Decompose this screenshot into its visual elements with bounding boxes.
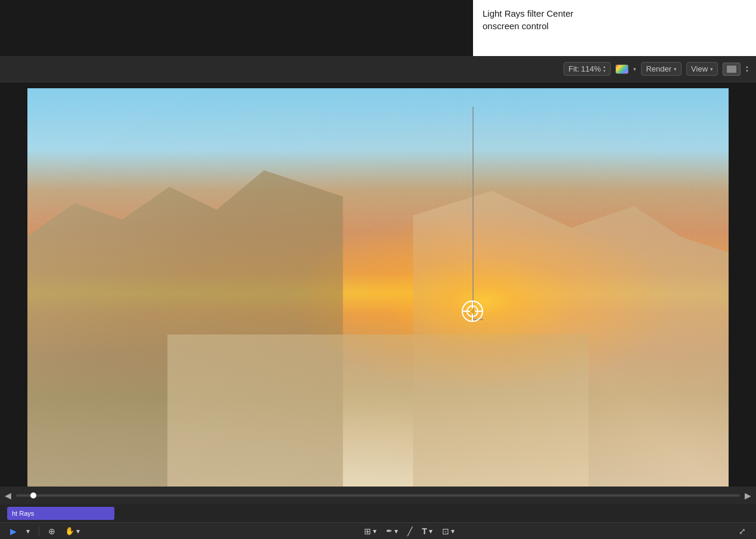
hand-chevron-icon: ▾ — [76, 527, 80, 535]
transform-button[interactable]: ⊞ ▾ — [361, 525, 379, 537]
scrubber-thumb[interactable] — [30, 492, 36, 498]
bottom-toolbar: ▶ ▾ ⊕ ✋ ▾ ⊞ ▾ ✒ ▾ ╱ T ▾ ⊡ ▾ ⤢ — [0, 522, 756, 539]
view-mode-stepper[interactable]: ▲ ▼ — [745, 65, 749, 73]
hand-tool-button[interactable]: ✋ ▾ — [62, 525, 83, 537]
video-frame: + — [27, 88, 729, 498]
mask-icon: ⊡ — [442, 526, 449, 536]
light-rays-center-control[interactable]: + — [462, 301, 483, 322]
view-button[interactable]: View ▾ — [686, 62, 718, 76]
fit-button[interactable]: Fit: 114% ▲ ▼ — [564, 62, 611, 76]
render-button[interactable]: Render ▾ — [641, 62, 682, 76]
hand-icon: ✋ — [65, 526, 74, 535]
text-tool-button[interactable]: T ▾ — [419, 525, 435, 537]
pen-icon: ✒ — [386, 526, 393, 535]
rays-overlay — [27, 88, 729, 498]
text-chevron: ▾ — [429, 527, 433, 535]
crosshair-plus-icon: + — [469, 306, 475, 316]
view-chevron-icon: ▾ — [710, 66, 713, 72]
transform-chevron: ▾ — [373, 527, 377, 535]
annotation-tooltip: Light Rays filter Center onscreen contro… — [473, 0, 756, 56]
play-chevron-icon: ▾ — [26, 527, 30, 535]
orbit-icon: ⊕ — [48, 526, 55, 536]
annotation-text: Light Rays filter Center onscreen contro… — [483, 7, 746, 32]
view-mode-up-icon[interactable]: ▲ — [745, 65, 749, 69]
color-picker-chevron[interactable]: ▾ — [633, 66, 636, 72]
scrubber-track[interactable] — [16, 494, 740, 497]
fit-value: 114% — [581, 64, 601, 73]
play-options-button[interactable]: ▾ — [23, 526, 33, 537]
view-mode-inner — [727, 66, 736, 73]
view-label: View — [691, 64, 708, 73]
scrubber-bar[interactable]: ◀ ▶ — [0, 487, 756, 504]
timeline-strip: ht Rays — [0, 504, 756, 522]
expand-icon: ⤢ — [739, 526, 746, 536]
play-icon: ▶ — [10, 526, 17, 536]
color-picker-button[interactable] — [615, 64, 629, 74]
canvas-area: + — [0, 82, 756, 504]
view-mode-button[interactable] — [723, 63, 741, 76]
transform-icon: ⊞ — [364, 526, 371, 536]
stepper-up-icon[interactable]: ▲ — [603, 65, 606, 69]
play-button[interactable]: ▶ — [7, 525, 20, 537]
render-chevron-icon: ▾ — [674, 66, 677, 72]
fit-label: Fit: — [568, 64, 579, 73]
mask-button[interactable]: ⊡ ▾ — [439, 525, 458, 537]
orbit-button[interactable]: ⊕ — [45, 525, 58, 537]
viewer-toolbar: Fit: 114% ▲ ▼ ▾ Render ▾ View ▾ ▲ ▼ — [0, 56, 756, 82]
text-icon: T — [422, 526, 427, 536]
brush-button[interactable]: ╱ — [405, 525, 415, 537]
timeline-clip[interactable]: ht Rays — [7, 507, 114, 520]
view-mode-down-icon[interactable]: ▼ — [745, 69, 749, 73]
expand-button[interactable]: ⤢ — [736, 525, 749, 537]
fit-stepper[interactable]: ▲ ▼ — [603, 65, 606, 73]
mask-chevron: ▾ — [451, 527, 455, 535]
scrubber-right-arrow[interactable]: ▶ — [745, 491, 751, 500]
brush-icon: ╱ — [407, 526, 412, 536]
pen-tool-button[interactable]: ✒ ▾ — [383, 525, 401, 537]
scrubber-left-arrow[interactable]: ◀ — [5, 491, 11, 500]
pen-chevron: ▾ — [394, 527, 398, 535]
stepper-down-icon[interactable]: ▼ — [603, 69, 606, 73]
timeline-clip-label: ht Rays — [12, 510, 34, 517]
render-label: Render — [646, 64, 671, 73]
separator-1 — [39, 526, 39, 536]
